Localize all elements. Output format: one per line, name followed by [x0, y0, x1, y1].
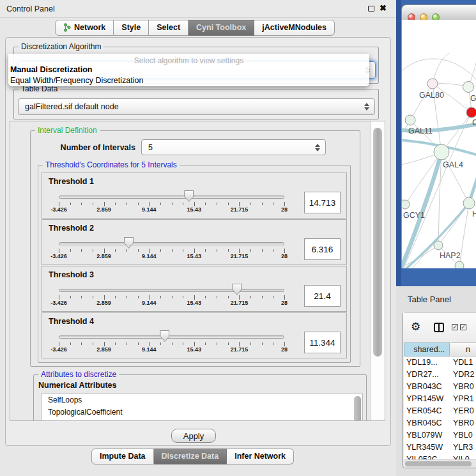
- node-gal4[interactable]: [434, 144, 449, 160]
- threshold-label: Threshold 3: [49, 270, 94, 279]
- major-tick: [194, 202, 195, 206]
- settings-scrollbar-thumb[interactable]: [373, 128, 382, 357]
- dropdown-option[interactable]: Equal Width/Frequency Discretization: [8, 75, 369, 86]
- float-window-icon[interactable]: [368, 6, 374, 12]
- major-tick: [149, 249, 150, 253]
- attribute-item[interactable]: TopologicalCoefficient: [42, 406, 362, 418]
- table-hscrollbar-thumb[interactable]: [405, 461, 472, 466]
- attribute-item[interactable]: SelfLoops: [42, 394, 362, 406]
- tab-select[interactable]: Select: [149, 20, 188, 36]
- slider-thumb[interactable]: [160, 330, 169, 342]
- checkbox-icon[interactable]: ✓: [452, 324, 458, 330]
- numerical-attributes-list[interactable]: SelfLoopsTopologicalCoefficientBetweenne…: [41, 394, 363, 421]
- gear-icon[interactable]: ⚙: [411, 320, 420, 334]
- threshold-value-field[interactable]: 11.344: [304, 332, 341, 353]
- threshold-value-field[interactable]: 6.316: [304, 238, 341, 260]
- minor-tick: [250, 203, 251, 205]
- threshold-label: Threshold 2: [49, 224, 94, 233]
- node-label: GA: [470, 94, 476, 103]
- slider-thumb[interactable]: [124, 237, 134, 249]
- tick-label: -3.426: [43, 253, 75, 259]
- node-h[interactable]: [463, 197, 475, 209]
- major-tick: [239, 202, 240, 206]
- table-row[interactable]: YBR045CYBR0: [404, 417, 476, 429]
- edge[interactable]: [441, 152, 469, 203]
- minor-tick: [273, 203, 273, 205]
- edge[interactable]: [405, 152, 441, 204]
- slider-track[interactable]: [59, 196, 284, 199]
- tab-style[interactable]: Style: [114, 20, 149, 36]
- edge[interactable]: [402, 59, 476, 81]
- minor-tick: [217, 249, 217, 252]
- node-label: C: [472, 118, 476, 127]
- minor-tick: [205, 249, 206, 252]
- table-hscrollbar[interactable]: [404, 459, 476, 468]
- tab-cyni-toolbox[interactable]: Cyni Toolbox: [188, 20, 254, 36]
- settings-scrollbar-track[interactable]: [371, 121, 385, 421]
- table-row[interactable]: YLR345WYLR3: [404, 441, 476, 454]
- cell-shared-name: YER054C: [406, 406, 442, 415]
- slider-track[interactable]: [59, 335, 284, 339]
- minor-tick: [160, 203, 161, 205]
- thresholds-legend: Threshold's Coordinates for 5 Intervals: [43, 160, 180, 170]
- node-gcy1[interactable]: [402, 200, 410, 209]
- cell-shared-name: YBR043C: [406, 382, 442, 391]
- split-columns-icon[interactable]: [434, 323, 444, 332]
- table-row[interactable]: YER054CYER0: [404, 405, 476, 417]
- attribute-item[interactable]: BetweennessCentrality: [42, 418, 362, 421]
- checkbox-icon[interactable]: ✓: [460, 324, 466, 330]
- table-row[interactable]: YPR145WYPR1: [404, 393, 476, 405]
- window-frame-edge: [396, 0, 401, 286]
- minor-tick: [81, 342, 82, 345]
- node-gal80[interactable]: [427, 79, 438, 89]
- node-ga[interactable]: [463, 82, 474, 93]
- number-of-intervals-combobox[interactable]: 5: [141, 139, 326, 155]
- slider-track[interactable]: [59, 242, 284, 245]
- table-row[interactable]: YBR043CYBR0: [404, 381, 476, 393]
- tick-label: 2.859: [88, 206, 120, 213]
- cell-name: YDL1: [453, 358, 473, 367]
- thick-edge[interactable]: [402, 152, 441, 268]
- threshold-value-field[interactable]: 14.713: [304, 192, 341, 213]
- network-canvas[interactable]: GAL80GACGAL11GAL4GCY1HHAP2: [401, 20, 476, 268]
- tab-network[interactable]: Network: [55, 20, 114, 36]
- minor-tick: [273, 296, 273, 298]
- node-c[interactable]: [466, 107, 476, 118]
- tick-label: 2.859: [88, 346, 120, 353]
- column-header-shared[interactable]: shared...: [404, 342, 450, 357]
- table-data-combobox[interactable]: galFiltered.sif default node: [18, 98, 375, 115]
- table-row[interactable]: YDL19...YDL1: [404, 357, 476, 369]
- minor-tick: [262, 203, 263, 205]
- dropdown-option[interactable]: Manual Discretization: [8, 65, 369, 75]
- threshold-value-field[interactable]: 21.4: [304, 285, 341, 307]
- network-window-titlebar[interactable]: [401, 4, 476, 20]
- network-icon: [63, 23, 71, 32]
- table-row[interactable]: YDR27...YDR2: [404, 369, 476, 381]
- tab-discretize-data[interactable]: Discretize Data: [154, 449, 227, 464]
- attributes-list-scrollbar[interactable]: [354, 396, 361, 421]
- table-row[interactable]: YIL052CYIL0: [404, 454, 476, 459]
- dropdown-placeholder-option[interactable]: Select algorithm to view settings: [8, 54, 369, 65]
- table-row[interactable]: YBL079WYBL0: [404, 429, 476, 441]
- cyni-toolbox-panel: Discretization Algorithm Table Data galF…: [5, 37, 391, 446]
- tick-label: -3.426: [43, 346, 75, 353]
- apply-button[interactable]: Apply: [171, 429, 216, 443]
- node-hap2[interactable]: [434, 241, 443, 250]
- tab-jactivemnodules[interactable]: jActiveMNodules: [254, 20, 335, 36]
- minor-tick: [205, 203, 206, 205]
- slider-track[interactable]: [59, 289, 284, 292]
- tab-impute-data[interactable]: Impute Data: [91, 449, 154, 464]
- node-gal11[interactable]: [405, 115, 415, 125]
- minor-tick: [115, 203, 116, 205]
- node-unlabeled[interactable]: [455, 261, 464, 268]
- edge[interactable]: [410, 84, 433, 120]
- threshold-box: Threshold 1 14.713 -3.4262.8599.14415.43…: [42, 173, 347, 219]
- minor-tick: [273, 249, 273, 252]
- slider-thumb[interactable]: [184, 190, 194, 202]
- close-icon[interactable]: ✖: [380, 3, 387, 13]
- cell-shared-name: YDL19...: [406, 358, 438, 367]
- slider-thumb[interactable]: [232, 284, 242, 295]
- tab-infer-network[interactable]: Infer Network: [227, 449, 294, 464]
- tick-label: 9.144: [133, 253, 165, 259]
- column-header-name[interactable]: n: [450, 342, 476, 357]
